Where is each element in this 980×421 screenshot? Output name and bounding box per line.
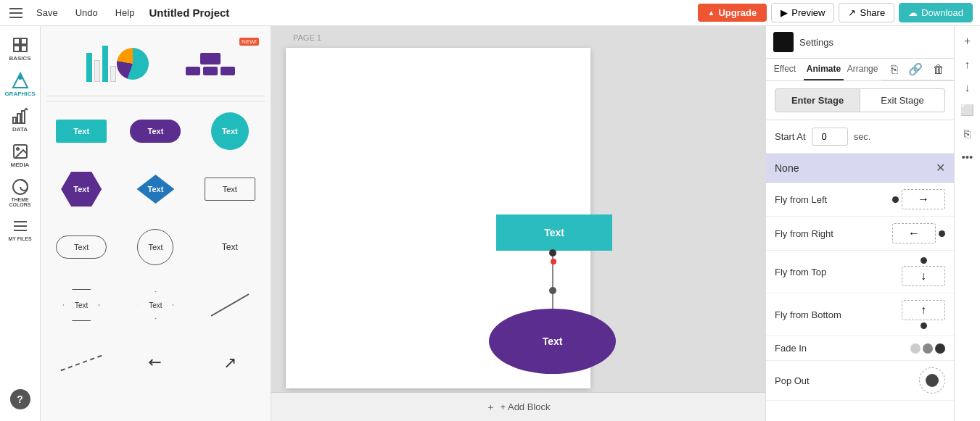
shapes-grid-row1: Text Text Text (46, 106, 265, 157)
dot-top (921, 257, 927, 264)
copy-button-toolbar[interactable]: ⎘ (958, 123, 978, 143)
anim-pop-out-row[interactable]: Pop Out (766, 361, 954, 401)
sidebar-graphics-label: GRAPHICS (4, 91, 35, 97)
anim-fade-in-row[interactable]: Fade In (766, 336, 954, 361)
project-title: Untitled Project (149, 7, 229, 19)
undo-button[interactable]: Undo (70, 4, 104, 21)
dot-fade-1 (910, 343, 921, 354)
tab-animate[interactable]: Animate (804, 59, 844, 80)
preview-button[interactable]: ▶ Preview (771, 3, 834, 22)
sidebar-item-data[interactable]: DATA (0, 103, 40, 137)
shape-diamond-blue[interactable]: Text (120, 164, 190, 214)
add-block-bar[interactable]: ＋ + Add Block (271, 392, 765, 421)
sidebar-data-label: DATA (12, 126, 28, 133)
sidebar-item-graphics[interactable]: GRAPHICS (0, 67, 40, 101)
plus-icon: ＋ (486, 401, 495, 414)
canvas-shape-text-rect[interactable]: Text (496, 214, 612, 251)
dot-fade-3 (935, 343, 945, 354)
canvas-shape-ellipse[interactable]: Text (489, 309, 616, 374)
help-button-sidebar[interactable]: ? (10, 389, 30, 409)
start-at-label: Start At (775, 131, 806, 142)
pop-out-circle (919, 367, 945, 393)
canvas-area[interactable]: PAGE 1 Text Text − 92% + ↩ ↪ ＋ + Add Blo… (271, 26, 765, 421)
help-button[interactable]: Help (110, 4, 141, 21)
download-icon: ☁ (908, 7, 918, 18)
move-down-button[interactable]: ↓ (958, 77, 978, 97)
shape-arrow-br[interactable]: ↗ (195, 338, 265, 388)
shape-plain-text[interactable]: Text (195, 222, 265, 272)
shape-diamond-outline[interactable]: Text (120, 280, 190, 330)
connector-dot-top (549, 249, 556, 257)
shape-line[interactable] (195, 280, 265, 330)
add-element-button[interactable]: ＋ (958, 30, 978, 51)
shape-circle-outline[interactable]: Text (120, 222, 190, 272)
none-animation-row[interactable]: None ✕ (766, 154, 954, 183)
svg-rect-0 (14, 38, 20, 44)
resize-button[interactable]: ⬜ (958, 100, 978, 120)
shape-arrow-tl[interactable]: ↗ (120, 338, 190, 388)
anim-fly-left-label: Fly from Left (775, 194, 827, 205)
sidebar-item-media[interactable]: MEDIA (0, 138, 40, 172)
share-button[interactable]: ↗ Share (839, 3, 894, 22)
shape-rect-purple[interactable]: Text (120, 106, 190, 157)
anim-fly-top-row[interactable]: Fly from Top ↓ (766, 251, 954, 293)
svg-rect-1 (21, 38, 27, 44)
shape-round-outline[interactable]: Text (46, 222, 116, 272)
anim-fly-right-preview: ← (892, 223, 945, 243)
svg-rect-3 (21, 46, 27, 51)
anim-fly-right-label: Fly from Right (775, 228, 833, 239)
shape-circle-cyan[interactable]: Text (195, 106, 265, 157)
none-close-button[interactable]: ✕ (936, 161, 945, 175)
sidebar-item-my-files[interactable]: MY FILES (0, 213, 40, 246)
charts-row: NEW! (46, 32, 265, 96)
exit-stage-button[interactable]: Exit Stage (860, 88, 945, 112)
anim-fly-bottom-label: Fly from Bottom (775, 309, 841, 320)
link-icon-btn[interactable]: 🔗 (905, 61, 926, 78)
tab-effect[interactable]: Effect (766, 59, 804, 80)
shape-rect-outline[interactable]: Text (195, 164, 265, 214)
org-chart-item[interactable]: NEW! (159, 35, 263, 93)
upgrade-button[interactable]: Upgrade (698, 4, 767, 22)
anim-fly-left-preview: → (892, 189, 945, 209)
anim-fly-right-row[interactable]: Fly from Right ← (766, 217, 954, 251)
tab-arrange[interactable]: Arrange (844, 59, 881, 80)
start-at-unit: sec. (854, 131, 871, 142)
none-label: None (775, 162, 799, 174)
svg-point-5 (18, 75, 22, 80)
color-swatch[interactable] (773, 32, 794, 52)
settings-header: Settings (766, 26, 954, 59)
shapes-panel: NEW! Text Text Text Text Text Text (41, 26, 271, 421)
settings-tabs: Effect Animate Arrange ⎘ 🔗 🗑 (766, 59, 954, 81)
sidebar-basics-label: BASICS (9, 55, 30, 62)
download-button[interactable]: ☁ Download (899, 3, 973, 22)
menu-icon[interactable] (7, 4, 25, 22)
anim-fly-left-row[interactable]: Fly from Left → (766, 183, 954, 217)
enter-stage-button[interactable]: Enter Stage (775, 88, 860, 112)
new-badge: NEW! (239, 38, 259, 46)
save-button[interactable]: Save (30, 4, 64, 21)
share-icon: ↗ (848, 7, 856, 18)
shape-rect-cyan[interactable]: Text (46, 106, 116, 157)
start-at-input[interactable] (812, 128, 848, 146)
move-up-button[interactable]: ↑ (958, 54, 978, 74)
arrow-right-icon: → (918, 193, 929, 206)
dot-right (939, 230, 945, 237)
anim-pop-out-label: Pop Out (775, 375, 810, 386)
start-at-row: Start At sec. (766, 120, 954, 154)
page-label: PAGE 1 (293, 33, 321, 42)
more-button[interactable]: ••• (958, 146, 978, 167)
bar-chart-item[interactable] (49, 35, 153, 93)
shape-hex-purple[interactable]: Text (46, 164, 116, 214)
delete-icon-btn[interactable]: 🗑 (929, 62, 948, 78)
shape-line-dashed[interactable] (46, 338, 116, 388)
shape-hex-outline[interactable]: Text (46, 280, 116, 330)
svg-rect-6 (13, 117, 16, 123)
copy-icon-btn[interactable]: ⎘ (887, 62, 902, 78)
shapes-grid-row2: Text Text Text (46, 164, 265, 214)
anim-fly-bottom-row[interactable]: Fly from Bottom ↑ (766, 293, 954, 336)
sidebar-item-basics[interactable]: BASICS (0, 32, 40, 66)
stage-buttons: Enter Stage Exit Stage (766, 81, 954, 120)
anim-fade-in-preview (910, 343, 945, 354)
sidebar-item-theme-colors[interactable]: THEME COLORS (0, 174, 40, 212)
anim-fade-in-label: Fade In (775, 343, 807, 354)
